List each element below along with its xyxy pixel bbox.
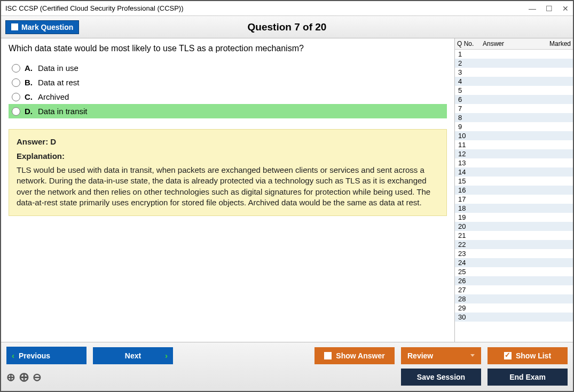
next-label: Next [125, 351, 141, 360]
list-row[interactable]: 6 [455, 95, 573, 104]
row-number: 28 [455, 295, 481, 303]
zoom-controls: ⊕ ⊕ ⊖ [6, 370, 42, 385]
list-row[interactable]: 28 [455, 294, 573, 303]
show-list-label: Show List [516, 351, 551, 360]
option-radio[interactable] [12, 93, 20, 101]
option-b[interactable]: B. Data at rest [9, 75, 447, 90]
show-answer-button[interactable]: Show Answer [314, 347, 395, 364]
minimize-icon[interactable]: — [529, 4, 536, 13]
save-session-label: Save Session [417, 373, 465, 381]
option-radio[interactable] [12, 64, 20, 73]
list-row[interactable]: 22 [455, 240, 573, 249]
list-row[interactable]: 19 [455, 213, 573, 222]
titlebar: ISC CCSP (Certified Cloud Security Profe… [1, 1, 573, 16]
list-row[interactable]: 15 [455, 177, 573, 186]
answer-line: Answer: D [17, 137, 439, 146]
option-radio[interactable] [12, 107, 20, 116]
end-exam-button[interactable]: End Exam [487, 369, 568, 386]
list-row[interactable]: 20 [455, 222, 573, 231]
list-row[interactable]: 23 [455, 249, 573, 258]
row-number: 19 [455, 213, 481, 221]
main-panel: Which data state would be most likely to… [1, 38, 454, 342]
option-letter: A. [25, 63, 33, 73]
row-number: 24 [455, 259, 481, 267]
review-dropdown[interactable]: Review [401, 347, 481, 364]
list-row[interactable]: 29 [455, 303, 573, 313]
option-letter: B. [25, 78, 33, 87]
zoom-out-icon[interactable]: ⊖ [33, 371, 42, 383]
option-text: Archived [38, 92, 69, 101]
row-number: 27 [455, 286, 481, 294]
checkbox-icon [11, 23, 18, 30]
row-number: 26 [455, 277, 481, 285]
chevron-right-icon: › [165, 351, 168, 360]
list-row[interactable]: 27 [455, 285, 573, 294]
question-list[interactable]: 1234567891011121314151617181920212223242… [455, 50, 573, 342]
list-row[interactable]: 10 [455, 131, 573, 140]
list-row[interactable]: 12 [455, 149, 573, 158]
chevron-left-icon: ‹ [12, 351, 14, 360]
close-icon[interactable]: ✕ [562, 4, 569, 13]
end-exam-label: End Exam [509, 373, 546, 381]
list-row[interactable]: 21 [455, 231, 573, 240]
explanation-heading: Explanation: [17, 151, 439, 161]
question-header: Mark Question Question 7 of 20 [1, 16, 573, 38]
option-text: Data at rest [38, 78, 80, 87]
list-row[interactable]: 11 [455, 140, 573, 149]
list-row[interactable]: 16 [455, 186, 573, 195]
list-row[interactable]: 26 [455, 276, 573, 285]
mark-question-button[interactable]: Mark Question [5, 20, 79, 34]
footer: ‹ Previous Next › Show Answer Review Sho… [1, 342, 573, 391]
list-row[interactable]: 30 [455, 313, 573, 322]
row-number: 15 [455, 177, 481, 185]
option-radio[interactable] [12, 78, 20, 87]
list-row[interactable]: 7 [455, 104, 573, 113]
row-number: 8 [455, 114, 481, 122]
review-label: Review [407, 351, 433, 360]
row-number: 1 [455, 50, 481, 58]
row-number: 13 [455, 159, 481, 167]
list-row[interactable]: 14 [455, 167, 573, 177]
list-row[interactable]: 24 [455, 258, 573, 267]
list-row[interactable]: 17 [455, 195, 573, 204]
option-letter: C. [25, 92, 33, 101]
list-row[interactable]: 25 [455, 267, 573, 276]
row-number: 5 [455, 86, 481, 94]
list-row[interactable]: 8 [455, 113, 573, 122]
question-counter: Question 7 of 20 [1, 21, 573, 33]
list-row[interactable]: 4 [455, 77, 573, 86]
row-number: 9 [455, 123, 481, 131]
row-number: 10 [455, 132, 481, 140]
list-header: Q No. Answer Marked [455, 38, 573, 50]
list-row[interactable]: 1 [455, 50, 573, 59]
checkbox-checked-icon [504, 352, 512, 359]
option-letter: D. [25, 107, 33, 116]
zoom-reset-icon[interactable]: ⊕ [6, 371, 15, 383]
row-number: 14 [455, 168, 481, 176]
show-list-button[interactable]: Show List [487, 347, 568, 364]
zoom-in-icon[interactable]: ⊕ [19, 370, 29, 385]
option-c[interactable]: C. Archived [9, 90, 447, 104]
body: Which data state would be most likely to… [1, 38, 573, 342]
list-row[interactable]: 2 [455, 59, 573, 68]
row-number: 4 [455, 77, 481, 85]
list-row[interactable]: 18 [455, 204, 573, 213]
list-row[interactable]: 9 [455, 122, 573, 131]
row-number: 7 [455, 105, 481, 113]
footer-row-2: ⊕ ⊕ ⊖ Save Session End Exam [6, 369, 568, 386]
option-text: Data in use [38, 63, 78, 73]
maximize-icon[interactable]: ☐ [546, 4, 553, 13]
option-text: Data in transit [38, 107, 88, 116]
row-number: 22 [455, 241, 481, 249]
option-d[interactable]: D. Data in transit [9, 104, 447, 118]
row-number: 21 [455, 231, 481, 239]
mark-question-label: Mark Question [21, 23, 73, 31]
list-row[interactable]: 5 [455, 86, 573, 95]
next-button[interactable]: Next › [93, 347, 173, 364]
option-a[interactable]: A. Data in use [9, 61, 447, 75]
save-session-button[interactable]: Save Session [401, 369, 481, 386]
window-controls: — ☐ ✕ [529, 4, 569, 13]
list-row[interactable]: 13 [455, 158, 573, 167]
list-row[interactable]: 3 [455, 68, 573, 77]
previous-button[interactable]: ‹ Previous [6, 347, 87, 364]
